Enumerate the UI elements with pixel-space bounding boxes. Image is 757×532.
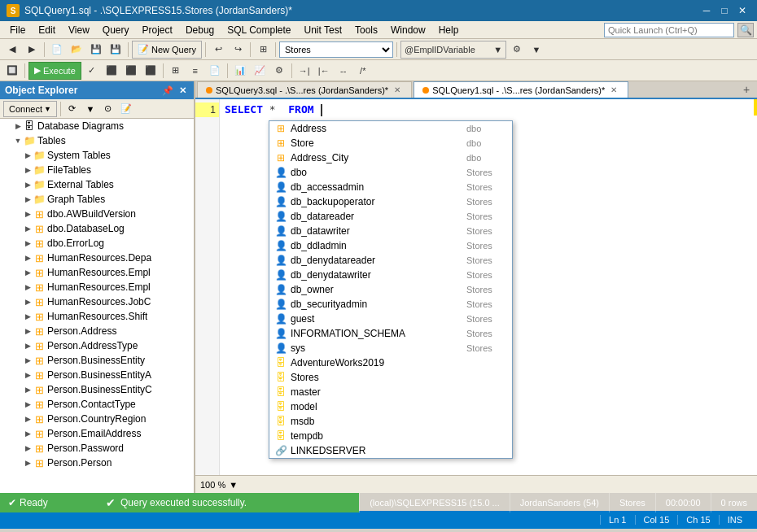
menu-view[interactable]: View <box>62 21 96 38</box>
oe-close-button[interactable]: ✕ <box>176 84 189 97</box>
tree-item-hr-empl2[interactable]: ▶ ⊞ HumanResources.Empl <box>0 280 194 294</box>
ac-item-db-securityadmin[interactable]: 👤 db_securityadmin Stores <box>269 297 512 312</box>
database-dropdown[interactable]: Stores <box>279 41 393 58</box>
tree-item-person-address[interactable]: ▶ ⊞ Person.Address <box>0 324 194 338</box>
zoom-dropdown-icon[interactable]: ▼ <box>229 480 238 490</box>
save-all-button[interactable]: 💾 <box>107 41 125 59</box>
menu-debug[interactable]: Debug <box>179 21 221 38</box>
tree-item-person-password[interactable]: ▶ ⊞ Person.Password <box>0 441 194 456</box>
tree-item-person-contacttype[interactable]: ▶ ⊞ Person.ContactType <box>0 397 194 412</box>
oe-pin-button[interactable]: 📌 <box>161 84 174 97</box>
parse-button[interactable]: ⬛ <box>103 62 120 80</box>
menu-project[interactable]: Project <box>136 21 179 38</box>
new-query-button[interactable]: 📝 New Query <box>132 41 202 59</box>
new-file-button[interactable]: 📄 <box>48 41 66 59</box>
stop-button[interactable]: ⬛ <box>122 62 140 80</box>
outdent-button[interactable]: |← <box>315 62 333 80</box>
ac-item-linkedserver[interactable]: 🔗 LINKEDSERVER <box>269 443 512 458</box>
menu-window[interactable]: Window <box>384 21 432 38</box>
menu-edit[interactable]: Edit <box>32 21 62 38</box>
tree-item-person-emailaddress[interactable]: ▶ ⊞ Person.EmailAddress <box>0 426 194 441</box>
tree-item-person-countryregion[interactable]: ▶ ⊞ Person.CountryRegion <box>0 412 194 426</box>
query-options-button[interactable]: ⚙ <box>270 62 288 80</box>
ac-item-guest[interactable]: 👤 guest Stores <box>269 312 512 326</box>
oe-refresh-button[interactable]: ⟳ <box>64 101 81 117</box>
tree-item-dbo-errorlog[interactable]: ▶ ⊞ dbo.ErrorLog <box>0 236 194 251</box>
tree-item-person-businessentityc[interactable]: ▶ ⊞ Person.BusinessEntityC <box>0 382 194 397</box>
menu-file[interactable]: File <box>3 21 32 38</box>
ac-item-info-schema[interactable]: 👤 INFORMATION_SCHEMA Stores <box>269 326 512 341</box>
undo-button[interactable]: ↩ <box>209 41 227 59</box>
tree-item-dbo-awbuildversion[interactable]: ▶ ⊞ dbo.AWBuildVersion <box>0 207 194 221</box>
ac-item-store[interactable]: ⊞ Store dbo <box>269 136 512 150</box>
empl-variable-dropdown[interactable]: @EmplIDVariable ▼ <box>400 41 506 59</box>
check-syntax-button[interactable]: ✓ <box>83 62 101 80</box>
tree-item-external-tables[interactable]: ▶ 📁 External Tables <box>0 177 194 192</box>
ac-item-address-city[interactable]: ⊞ Address_City dbo <box>269 150 512 165</box>
ac-item-db-backupoperator[interactable]: 👤 db_backupoperator Stores <box>269 194 512 209</box>
tree-item-person-businessentitya[interactable]: ▶ ⊞ Person.BusinessEntityA <box>0 368 194 382</box>
indent-button[interactable]: →| <box>295 62 313 80</box>
redo-button[interactable]: ↪ <box>229 41 247 59</box>
results-grid-button[interactable]: ⊞ <box>167 62 185 80</box>
tree-item-person-businessentity[interactable]: ▶ ⊞ Person.BusinessEntity <box>0 353 194 368</box>
minimize-button[interactable]: ─ <box>698 3 715 18</box>
tree-item-graph-tables[interactable]: ▶ 📁 Graph Tables <box>0 192 194 207</box>
connect-button[interactable]: Connect ▼ <box>3 101 57 117</box>
more-options-button[interactable]: ▼ <box>527 41 545 59</box>
menu-tools[interactable]: Tools <box>348 21 384 38</box>
actual-plan-button[interactable]: 📊 <box>231 62 249 80</box>
settings-button[interactable]: ⚙ <box>508 41 526 59</box>
menu-unit-test[interactable]: Unit Test <box>298 21 348 38</box>
tab-close-sqlquery3[interactable]: ✕ <box>392 85 403 96</box>
tree-item-tables[interactable]: ▼ 📁 Tables <box>0 133 194 148</box>
tree-item-hr-shift[interactable]: ▶ ⊞ HumanResources.Shift <box>0 309 194 324</box>
ac-item-db-datareader[interactable]: 👤 db_datareader Stores <box>269 209 512 224</box>
save-file-button[interactable]: 💾 <box>87 41 105 59</box>
tree-item-system-tables[interactable]: ▶ 📁 System Tables <box>0 148 194 163</box>
ac-item-msdb[interactable]: 🗄 msdb <box>269 414 512 429</box>
oe-sync-button[interactable]: ⊙ <box>100 101 116 117</box>
close-button[interactable]: ✕ <box>734 3 750 18</box>
ac-item-db-owner[interactable]: 👤 db_owner Stores <box>269 282 512 297</box>
new-tab-button[interactable]: + <box>737 81 755 98</box>
ac-item-tempdb[interactable]: 🗄 tempdb <box>269 429 512 443</box>
back-button[interactable]: ◀ <box>3 41 21 59</box>
comment-button[interactable]: -- <box>335 62 352 80</box>
tree-item-person-person[interactable]: ▶ ⊞ Person.Person <box>0 456 194 470</box>
tree-item-file-tables[interactable]: ▶ 📁 FileTables <box>0 163 194 177</box>
grid-view-button[interactable]: ⊞ <box>254 41 272 59</box>
open-file-button[interactable]: 📂 <box>68 41 85 59</box>
object-explorer-button[interactable]: 🔲 <box>3 62 21 80</box>
maximize-button[interactable]: □ <box>716 3 733 18</box>
ac-item-dbo[interactable]: 👤 dbo Stores <box>269 165 512 180</box>
ac-item-db-datawriter[interactable]: 👤 db_datawriter Stores <box>269 224 512 238</box>
results-text-button[interactable]: ≡ <box>186 62 204 80</box>
tab-close-sqlquery1[interactable]: ✕ <box>608 85 619 96</box>
ac-item-db-accessadmin[interactable]: 👤 db_accessadmin Stores <box>269 180 512 194</box>
client-stats-button[interactable]: 📈 <box>251 62 269 80</box>
ac-item-master[interactable]: 🗄 master <box>269 385 512 399</box>
tree-item-dbo-databaselog[interactable]: ▶ ⊞ dbo.DatabaseLog <box>0 221 194 236</box>
oe-filter-button[interactable]: ▼ <box>82 101 98 117</box>
ac-item-stores-db[interactable]: 🗄 Stores <box>269 370 512 385</box>
tab-sqlquery1[interactable]: SQLQuery1.sql - .\S...res (JordanSanders… <box>414 81 628 98</box>
ac-item-db-denydatareader[interactable]: 👤 db_denydatareader Stores <box>269 253 512 268</box>
quick-launch-input[interactable] <box>604 23 734 37</box>
tab-sqlquery3[interactable]: SQLQuery3.sql - .\S...res (JordanSanders… <box>197 81 412 98</box>
ac-item-adventureworks[interactable]: 🗄 AdventureWorks2019 <box>269 355 512 370</box>
oe-new-query-button[interactable]: 📝 <box>118 101 134 117</box>
tree-item-database-diagrams[interactable]: ▶ 🗄 Database Diagrams <box>0 119 194 133</box>
results-file-button[interactable]: 📄 <box>206 62 224 80</box>
ac-item-sys[interactable]: 👤 sys Stores <box>269 341 512 355</box>
quick-launch-button[interactable]: 🔍 <box>737 23 754 37</box>
tree-item-hr-jobc[interactable]: ▶ ⊞ HumanResources.JobC <box>0 294 194 309</box>
tree-item-person-addresstype[interactable]: ▶ ⊞ Person.AddressType <box>0 338 194 353</box>
debug-button[interactable]: ⬛ <box>142 62 160 80</box>
ac-item-address[interactable]: ⊞ Address dbo <box>269 121 512 136</box>
uncomment-button[interactable]: /* <box>354 62 372 80</box>
ac-item-db-denydatawriter[interactable]: 👤 db_denydatawriter Stores <box>269 268 512 282</box>
menu-query[interactable]: Query <box>96 21 136 38</box>
forward-button[interactable]: ▶ <box>23 41 41 59</box>
ac-item-model[interactable]: 🗄 model <box>269 399 512 414</box>
